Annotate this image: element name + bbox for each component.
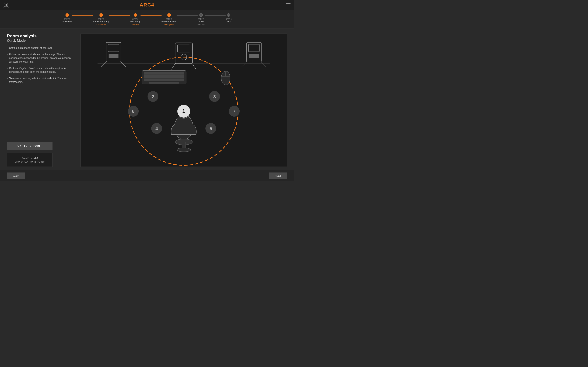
- step-4[interactable]: STEP 4 Room Analysis In Progress: [162, 13, 177, 26]
- svg-text:1: 1: [182, 108, 185, 114]
- svg-text:2: 2: [152, 94, 154, 99]
- steps-container: STEP 1 Welcome STEP 2 Hardware Setup Com…: [62, 13, 232, 26]
- instruction-4: To repeat a capture, select a point and …: [7, 76, 73, 84]
- app-title: ARC4: [140, 2, 154, 8]
- svg-text:5: 5: [210, 126, 212, 131]
- diagram-container: 1 2 3 4: [81, 34, 287, 167]
- svg-rect-23: [144, 75, 184, 78]
- next-button[interactable]: NEXT: [269, 173, 287, 179]
- keyboard: [142, 71, 186, 84]
- page-title: Room analysis: [7, 33, 73, 39]
- header: IK ARC4: [0, 0, 294, 10]
- main-content: Room analysis Quick Mode Set the microph…: [0, 29, 294, 170]
- hamburger-menu[interactable]: [286, 3, 291, 6]
- svg-point-33: [177, 148, 191, 152]
- diagram-svg: 1 2 3 4: [81, 34, 287, 167]
- step-6[interactable]: STEP 6 Done: [225, 13, 232, 23]
- svg-text:IK: IK: [5, 4, 7, 6]
- step-3-dot: [134, 13, 137, 17]
- connector-2-3: [109, 15, 130, 16]
- mouse: [221, 71, 230, 85]
- measurement-point-2[interactable]: 2: [147, 91, 158, 102]
- status-box: Point 1 ready! Click on 'CAPTURE POINT': [7, 153, 52, 167]
- connector-5-6: [205, 15, 225, 16]
- svg-rect-18: [249, 54, 259, 58]
- connector-1-2: [72, 15, 93, 16]
- measurement-point-5[interactable]: 5: [206, 123, 216, 134]
- svg-text:4: 4: [156, 126, 158, 131]
- step-1-dot: [65, 13, 69, 17]
- measurement-point-4[interactable]: 4: [151, 123, 162, 134]
- measurement-point-1[interactable]: 1: [177, 105, 190, 118]
- app-logo: IK: [3, 2, 9, 8]
- svg-text:3: 3: [213, 94, 216, 99]
- capture-point-button[interactable]: CAPTURE POINT: [7, 142, 52, 150]
- instruction-list: Set the microphone approx. at ear level.…: [7, 46, 73, 138]
- connector-3-4: [140, 15, 162, 16]
- step-3[interactable]: STEP 3 Mic Setup Completed: [130, 13, 140, 26]
- page-subtitle: Quick Mode: [7, 39, 73, 43]
- svg-rect-24: [144, 79, 184, 81]
- svg-rect-22: [144, 72, 184, 75]
- instruction-3: Click on "Capture Point" to start, when …: [7, 67, 73, 74]
- measurement-point-6[interactable]: 6: [128, 106, 139, 117]
- step-6-dot: [227, 13, 230, 17]
- back-button[interactable]: BACK: [7, 173, 25, 179]
- step-5[interactable]: STEP 5 Save Pending: [198, 13, 205, 26]
- left-panel: Room analysis Quick Mode Set the microph…: [7, 33, 73, 167]
- svg-rect-25: [149, 82, 179, 84]
- svg-rect-8: [109, 54, 119, 58]
- svg-text:7: 7: [233, 109, 235, 114]
- instruction-2: Follow the points as indicated in the im…: [7, 53, 73, 64]
- step-1[interactable]: STEP 1 Welcome: [62, 13, 72, 23]
- measurement-point-3[interactable]: 3: [209, 91, 220, 102]
- step-2-dot: [99, 13, 103, 17]
- step-4-dot: [167, 13, 171, 17]
- bottom-bar: BACK NEXT: [0, 170, 294, 181]
- progress-bar: STEP 1 Welcome STEP 2 Hardware Setup Com…: [0, 10, 294, 29]
- instruction-1: Set the microphone approx. at ear level.: [7, 46, 73, 50]
- status-line1: Point 1 ready!: [11, 157, 49, 159]
- status-line2: Click on 'CAPTURE POINT': [11, 160, 49, 163]
- room-diagram-panel: 1 2 3 4: [80, 33, 287, 167]
- connector-4-5: [177, 15, 198, 16]
- measurement-point-7[interactable]: 7: [229, 106, 240, 117]
- step-5-dot: [199, 13, 203, 17]
- svg-text:6: 6: [132, 109, 134, 114]
- step-2[interactable]: STEP 2 Hardware Setup Completed: [93, 13, 109, 26]
